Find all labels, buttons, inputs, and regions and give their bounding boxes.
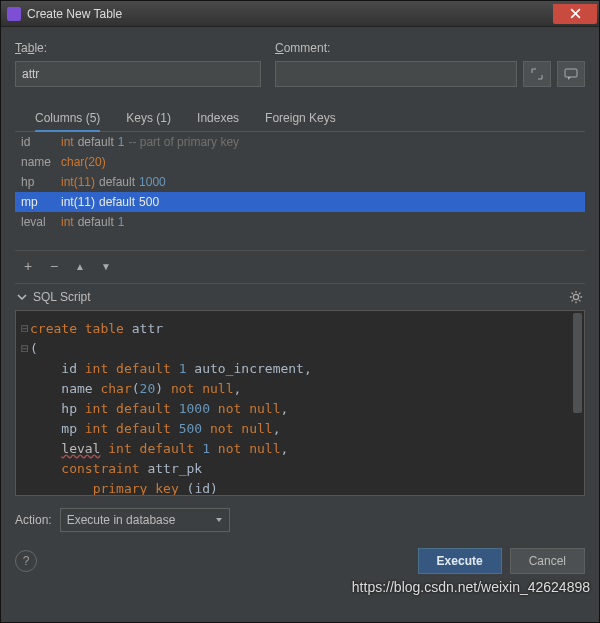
titlebar[interactable]: Create New Table <box>1 1 599 27</box>
content-area: Table: Comment: Columns (5)Keys (1)Index… <box>1 27 599 622</box>
action-selected: Execute in database <box>67 513 176 527</box>
action-dropdown[interactable]: Execute in database <box>60 508 230 532</box>
sql-header-left: SQL Script <box>17 290 91 304</box>
table-field-group: Table: <box>15 41 261 87</box>
list-toolbar: + − ▲ ▼ <box>15 250 585 281</box>
move-up-button[interactable]: ▲ <box>71 257 89 275</box>
window-title: Create New Table <box>27 7 122 21</box>
comment-input[interactable] <box>275 61 517 87</box>
comment-label: Comment: <box>275 41 585 55</box>
execute-button[interactable]: Execute <box>418 548 502 574</box>
tab-3[interactable]: Foreign Keys <box>265 105 336 131</box>
cancel-button[interactable]: Cancel <box>510 548 585 574</box>
expand-comment-button[interactable] <box>523 61 551 87</box>
comment-field-group: Comment: <box>275 41 585 87</box>
sql-line: ⊟( <box>20 339 576 359</box>
action-row: Action: Execute in database <box>15 508 585 532</box>
sql-line: name char(20) not null, <box>20 379 576 399</box>
column-row[interactable]: namechar(20) <box>15 152 585 172</box>
chevron-down-icon <box>17 292 27 302</box>
svg-point-1 <box>573 294 578 299</box>
comment-icon <box>564 68 578 80</box>
move-down-button[interactable]: ▼ <box>97 257 115 275</box>
scrollbar[interactable] <box>573 313 582 413</box>
svg-rect-0 <box>565 69 577 77</box>
sql-script-label: SQL Script <box>33 290 91 304</box>
sql-line: hp int default 1000 not null, <box>20 399 576 419</box>
sql-line: mp int default 500 not null, <box>20 419 576 439</box>
tab-1[interactable]: Keys (1) <box>126 105 171 131</box>
titlebar-left: Create New Table <box>1 7 122 21</box>
expand-icon <box>531 68 543 80</box>
sql-line: constraint attr_pk <box>20 459 576 479</box>
sql-section-header[interactable]: SQL Script <box>15 283 585 310</box>
sql-line: id int default 1 auto_increment, <box>20 359 576 379</box>
sql-line: leval int default 1 not null, <box>20 439 576 459</box>
table-label: Table: <box>15 41 261 55</box>
dropdown-arrow-icon <box>215 516 223 524</box>
dialog-window: Create New Table Table: Comment: <box>0 0 600 623</box>
help-button[interactable]: ? <box>15 550 37 572</box>
sql-editor[interactable]: ⊟create table attr⊟( id int default 1 au… <box>15 310 585 496</box>
add-button[interactable]: + <box>19 257 37 275</box>
column-row[interactable]: hpint(11)default1000 <box>15 172 585 192</box>
tab-0[interactable]: Columns (5) <box>35 105 100 131</box>
top-fields: Table: Comment: <box>15 41 585 87</box>
remove-button[interactable]: − <box>45 257 63 275</box>
close-icon <box>570 8 581 19</box>
table-name-input[interactable] <box>15 61 261 87</box>
tab-2[interactable]: Indexes <box>197 105 239 131</box>
tabs: Columns (5)Keys (1)IndexesForeign Keys <box>15 105 585 132</box>
app-icon <box>7 7 21 21</box>
column-row[interactable]: levalintdefault1 <box>15 212 585 232</box>
sql-line: ⊟create table attr <box>20 319 576 339</box>
comment-extra-button[interactable] <box>557 61 585 87</box>
action-label: Action: <box>15 513 52 527</box>
buttons-right: Execute Cancel <box>418 548 585 574</box>
comment-input-row <box>275 61 585 87</box>
gear-icon[interactable] <box>569 290 583 304</box>
sql-line: primary key (id) <box>20 479 576 496</box>
columns-list: idintdefault1-- part of primary keynamec… <box>15 132 585 232</box>
close-button[interactable] <box>553 4 597 24</box>
column-row[interactable]: idintdefault1-- part of primary key <box>15 132 585 152</box>
button-row: ? Execute Cancel <box>15 548 585 574</box>
column-row[interactable]: mpint(11)default500 <box>15 192 585 212</box>
